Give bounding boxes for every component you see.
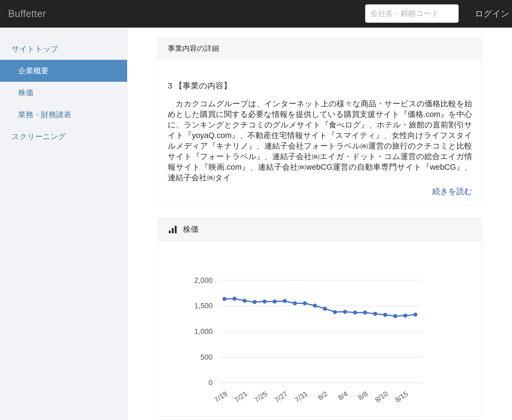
chart-point (403, 314, 407, 318)
business-paragraph: カカクコムグループは、インターネット上の様々な商品・サービスの価格比較を始めとし… (168, 99, 472, 183)
chart-point (323, 307, 327, 311)
x-axis-tick-label: 8/10 (374, 390, 389, 404)
sidebar-item-screening[interactable]: スクリーニング (0, 126, 127, 147)
sidebar-item-financial-statements[interactable]: 業務・財務諸表 (0, 104, 127, 126)
chart-point (393, 314, 397, 318)
y-axis-tick-label: 500 (200, 353, 213, 361)
y-axis-tick-label: 1,000 (194, 327, 212, 336)
chart-point (383, 313, 387, 317)
chart-point (333, 310, 337, 314)
search-input[interactable] (365, 4, 459, 23)
chart-point (343, 310, 347, 314)
y-axis-tick-label: 0 (209, 379, 213, 387)
business-card-body: 3 【事業の内容】 カカクコムグループは、インターネット上の様々な商品・サービス… (158, 59, 481, 197)
sidebar-item-label: 株価 (18, 88, 33, 98)
chart-point (263, 300, 267, 304)
chart-point (363, 310, 367, 314)
x-axis-tick-label: 8/4 (337, 390, 349, 402)
chart-point (222, 297, 226, 301)
business-card-header: 事業内容の詳細 (158, 38, 481, 59)
stock-card-body: 05001,0001,5002,0007/197/217/257/277/318… (158, 241, 481, 416)
x-axis-tick-label: 8/15 (394, 390, 409, 404)
x-axis-tick-label: 8/2 (317, 390, 329, 402)
stock-price-card: 株価 05001,0001,5002,0007/197/217/257/277/… (158, 218, 482, 417)
chart-point (283, 299, 287, 303)
sidebar: サイトトップ 企業概要 株価 業務・財務諸表 スクリーニング (0, 28, 127, 420)
x-axis-tick-label: 7/27 (273, 390, 289, 404)
login-link[interactable]: ログイン (475, 0, 509, 28)
chart-point (293, 301, 297, 305)
x-axis-tick-label: 7/25 (253, 390, 268, 404)
x-axis-tick-label: 7/19 (213, 390, 228, 404)
chart-point (273, 300, 277, 304)
sidebar-item-label: スクリーニング (12, 132, 66, 142)
business-details-card: 事業内容の詳細 3 【事業の内容】 カカクコムグループは、インターネット上の様々… (158, 38, 482, 205)
x-axis-tick-label: 7/31 (293, 390, 309, 404)
chart-point (353, 310, 357, 314)
chart-point (313, 304, 317, 308)
sidebar-item-stock-price[interactable]: 株価 (0, 82, 127, 104)
stock-card-title: 株価 (183, 224, 199, 235)
sidebar-item-label: 業務・財務諸表 (18, 110, 71, 120)
y-axis-tick-label: 1,500 (194, 302, 212, 310)
sidebar-item-company-overview[interactable]: 企業概要 (0, 60, 127, 82)
business-card-title: 事業内容の詳細 (168, 44, 219, 53)
y-axis-tick-label: 2,000 (194, 276, 212, 284)
sidebar-item-site-top[interactable]: サイトトップ (0, 38, 127, 60)
brand-logo[interactable]: Buffetter (8, 8, 46, 19)
x-axis-tick-label: 8/8 (357, 390, 369, 402)
chart-point (303, 301, 307, 305)
chart-point (242, 299, 247, 303)
chart-point (373, 312, 377, 316)
read-more-link[interactable]: 続きを読む (168, 186, 472, 197)
top-bar: Buffetter ログイン (0, 0, 512, 28)
chart-point (252, 300, 257, 304)
business-section-heading: 3 【事業の内容】 (168, 80, 472, 91)
sidebar-item-label: 企業概要 (18, 66, 48, 76)
stock-card-header: 株価 (158, 218, 481, 241)
stock-chart: 05001,0001,5002,0007/197/217/257/277/318… (158, 241, 481, 416)
x-axis-tick-label: 7/21 (233, 390, 248, 404)
chart-point (232, 297, 236, 301)
sidebar-item-label: サイトトップ (12, 44, 58, 54)
bar-chart-icon (169, 226, 177, 233)
chart-point (413, 313, 417, 317)
